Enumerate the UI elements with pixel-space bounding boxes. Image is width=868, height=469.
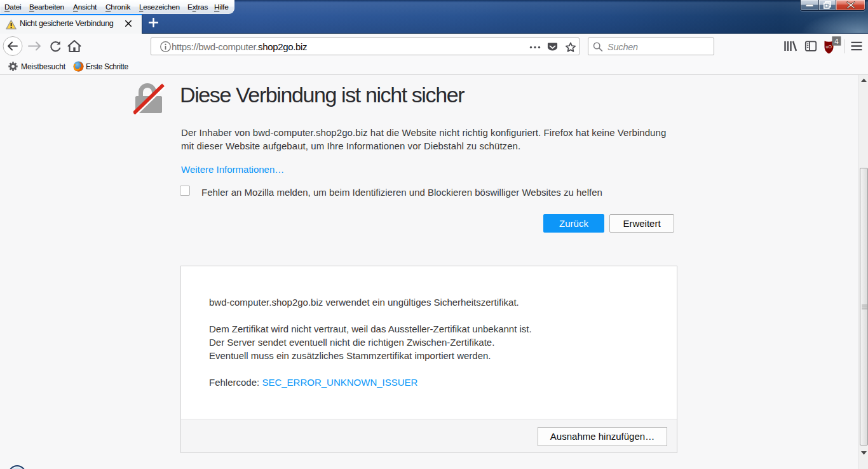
svg-text:4: 4	[834, 37, 839, 45]
svg-text:uO: uO	[826, 44, 832, 49]
